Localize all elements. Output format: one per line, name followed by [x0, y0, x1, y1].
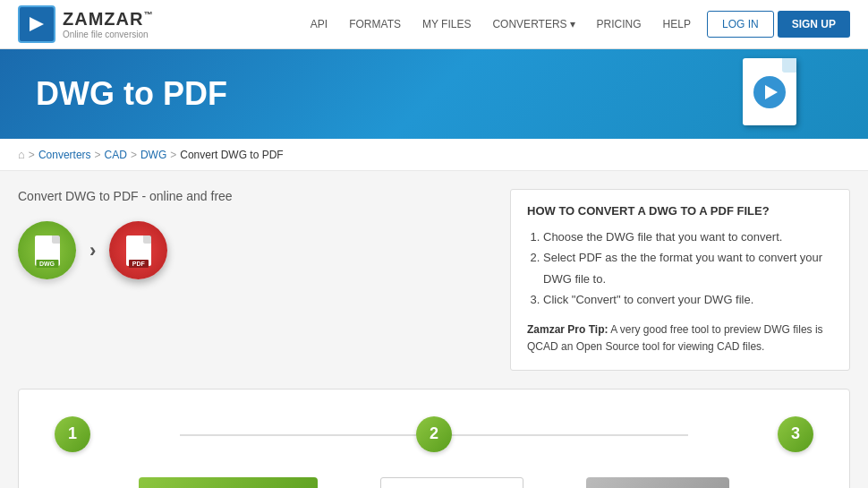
- login-button[interactable]: LOG IN: [707, 11, 774, 38]
- logo-title: ZAMZAR™: [63, 9, 153, 30]
- arrow-right-icon: ›: [89, 239, 96, 262]
- main-nav: API FORMATS MY FILES CONVERTERS ▾ PRICIN…: [302, 11, 700, 38]
- widget-col-3: Convert Now (And agree to our Terms) ✉ E…: [568, 477, 747, 488]
- format-select[interactable]: pdf: [380, 477, 523, 488]
- howto-tip: Zamzar Pro Tip: A very good free tool to…: [527, 321, 833, 355]
- breadcrumb-sep-1: >: [95, 149, 101, 161]
- chevron-down-icon: ▾: [570, 18, 575, 30]
- tip-label: Zamzar Pro Tip:: [527, 323, 608, 336]
- header: ZAMZAR™ Online file conversion API FORMA…: [0, 0, 868, 49]
- signup-button[interactable]: SIGN UP: [778, 11, 850, 38]
- dwg-icon-circle: DWG: [18, 221, 76, 279]
- convert-now-button[interactable]: Convert Now: [586, 477, 729, 488]
- widget-col-2: pdf Or choose a different format: [362, 477, 541, 488]
- logo-text: ZAMZAR™ Online file conversion: [63, 9, 153, 39]
- converter-info: Convert DWG to PDF - online and free DWG…: [18, 189, 492, 371]
- main-content: Convert DWG to PDF - online and free DWG…: [0, 171, 868, 488]
- format-icons: DWG › PDF: [18, 221, 492, 279]
- nav-converters[interactable]: CONVERTERS ▾: [483, 11, 583, 38]
- howto-title: HOW TO CONVERT A DWG TO A PDF FILE?: [527, 204, 833, 218]
- howto-step-3: Click "Convert" to convert your DWG file…: [543, 289, 833, 310]
- breadcrumb: ⌂ > Converters > CAD > DWG > Convert DWG…: [0, 139, 868, 171]
- file-icon: [743, 58, 796, 125]
- nav-api[interactable]: API: [302, 11, 336, 38]
- hero-banner: DWG to PDF: [0, 49, 868, 139]
- howto-step-1: Choose the DWG file that you want to con…: [543, 227, 833, 247]
- breadcrumb-current: Convert DWG to PDF: [180, 149, 283, 161]
- logo-icon[interactable]: [18, 5, 55, 43]
- nav-help[interactable]: HELP: [654, 11, 700, 38]
- steps-bar: 1 2 3: [55, 416, 813, 452]
- breadcrumb-dwg[interactable]: DWG: [140, 149, 166, 161]
- step-1-circle: 1: [55, 416, 90, 452]
- widget-col-1: ⬆ Add Files... Drag & drop files, or sel…: [121, 477, 336, 488]
- howto-step-2: Select PDF as the the format you want to…: [543, 247, 833, 289]
- top-section: Convert DWG to PDF - online and free DWG…: [18, 189, 850, 371]
- breadcrumb-sep-0: >: [29, 149, 35, 161]
- dwg-doc-wrapper: DWG: [35, 235, 60, 266]
- pdf-icon-circle: PDF: [109, 221, 167, 279]
- converter-widget: 1 2 3 ⬆ Add Files... Drag & drop files, …: [18, 389, 850, 488]
- nav-formats[interactable]: FORMATS: [340, 11, 410, 38]
- breadcrumb-sep-3: >: [170, 149, 176, 161]
- howto-box: HOW TO CONVERT A DWG TO A PDF FILE? Choo…: [510, 189, 850, 371]
- breadcrumb-converters[interactable]: Converters: [38, 149, 91, 161]
- nav-pricing[interactable]: PRICING: [588, 11, 651, 38]
- pdf-doc-wrapper: PDF: [126, 235, 151, 266]
- play-arrow-icon: [765, 85, 778, 99]
- nav-myfiles[interactable]: MY FILES: [413, 11, 480, 38]
- pdf-label: PDF: [129, 260, 149, 268]
- step-1-indicator: 1: [55, 416, 90, 452]
- breadcrumb-cad[interactable]: CAD: [105, 149, 127, 161]
- logo-area: ZAMZAR™ Online file conversion: [18, 5, 153, 43]
- howto-steps: Choose the DWG file that you want to con…: [527, 227, 833, 311]
- step-2-indicator: 2: [416, 416, 452, 452]
- converter-subtitle: Convert DWG to PDF - online and free: [18, 189, 492, 203]
- step-2-circle: 2: [416, 416, 452, 452]
- dwg-label: DWG: [36, 260, 58, 268]
- hero-title: DWG to PDF: [36, 75, 227, 113]
- svg-marker-0: [30, 17, 44, 31]
- widget-columns: ⬆ Add Files... Drag & drop files, or sel…: [55, 477, 813, 488]
- add-files-button[interactable]: ⬆ Add Files...: [139, 477, 318, 488]
- step-3-circle: 3: [778, 416, 813, 452]
- breadcrumb-sep-2: >: [131, 149, 137, 161]
- home-icon[interactable]: ⌂: [18, 148, 25, 161]
- logo-subtitle: Online file conversion: [63, 30, 153, 39]
- hero-file-graphic: [743, 58, 796, 125]
- play-button-icon: [753, 76, 786, 108]
- step-3-indicator: 3: [778, 416, 813, 452]
